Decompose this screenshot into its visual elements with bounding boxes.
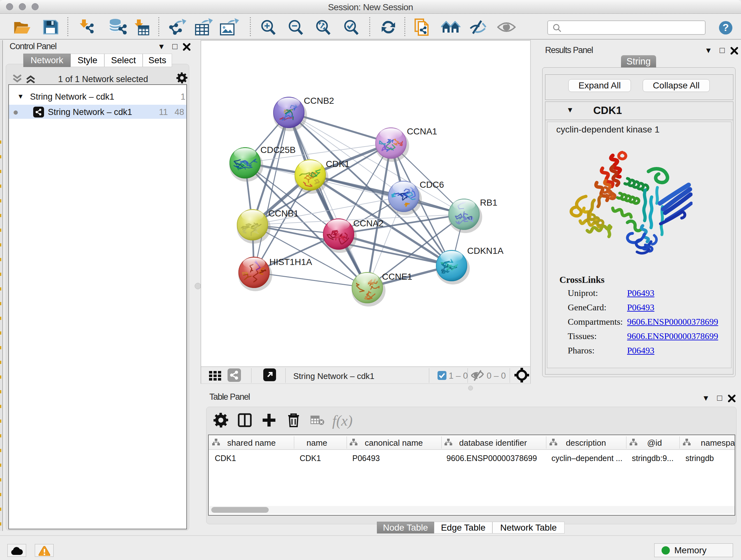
svg-text:CDC6: CDC6 [420, 180, 444, 190]
svg-text:RB1: RB1 [480, 198, 497, 207]
svg-text:CCNE1: CCNE1 [382, 272, 412, 282]
svg-text:CDKN1A: CDKN1A [467, 246, 503, 256]
svg-text:CDK1: CDK1 [326, 159, 350, 169]
svg-text:CCNB2: CCNB2 [304, 96, 334, 106]
svg-text:CCNA2: CCNA2 [353, 219, 384, 228]
svg-text:CCNA1: CCNA1 [407, 126, 437, 136]
svg-text:CDC25B: CDC25B [260, 145, 295, 155]
svg-text:HIST1H1A: HIST1H1A [269, 257, 312, 267]
svg-text:CCNB1: CCNB1 [268, 208, 299, 219]
